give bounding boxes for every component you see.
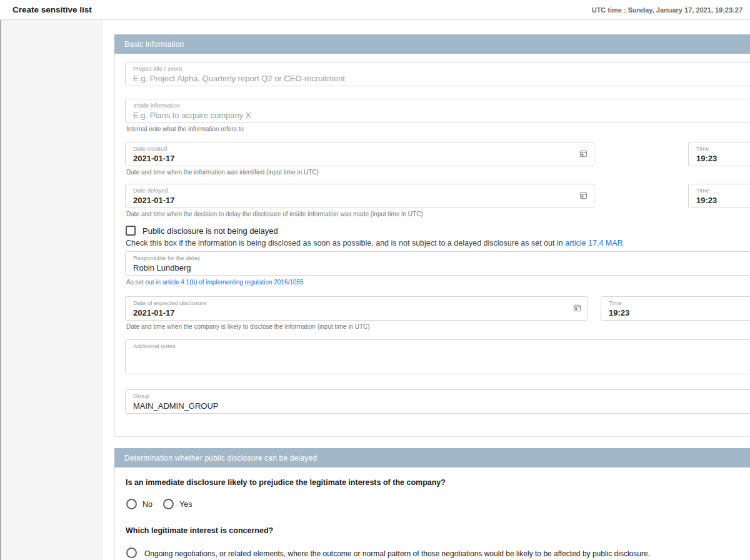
- date-expected-helper: Date and time when the company is likely…: [126, 322, 750, 331]
- responsible-value: Robin Lundberg: [133, 262, 750, 273]
- left-sidebar: [1, 20, 103, 560]
- radio-no[interactable]: [126, 499, 137, 509]
- radio-yes-label: Yes: [179, 500, 192, 509]
- additional-notes-label: Additional notes: [133, 342, 750, 350]
- responsible-helper-text: As set out in: [126, 279, 162, 286]
- project-title-label: Project title / event: [133, 65, 750, 72]
- responsible-label: Responsible for the delay: [133, 254, 750, 262]
- top-bar: Create sensitive list UTC time : Sunday,…: [0, 0, 750, 20]
- not-delayed-checkbox[interactable]: [126, 226, 136, 236]
- option-negotiations-label: Ongoing negotiations, or related element…: [144, 548, 650, 559]
- group-field[interactable]: Group MAIN_ADMIN_GROUP: [125, 389, 750, 414]
- date-expected-label: Date of expected disclosure: [133, 299, 580, 307]
- question-legitimate-interest: Which legitimate interest is concerned?: [126, 526, 750, 535]
- time-created-value: 19:23: [696, 153, 750, 164]
- basic-information-header: Basic information: [114, 34, 750, 54]
- calendar-icon[interactable]: [579, 191, 588, 199]
- not-delayed-helper: Check this box if the information is bei…: [126, 238, 750, 248]
- date-expected-value: 2021-01-17: [133, 308, 580, 318]
- group-label: Group: [133, 392, 750, 400]
- time-delayed-value: 19:23: [696, 195, 750, 206]
- determination-header: Determination whether public disclosure …: [114, 448, 750, 468]
- article-17-4-mar-link[interactable]: article 17.4 MAR: [565, 239, 622, 248]
- date-created-value: 2021-01-17: [133, 153, 586, 164]
- inside-information-label: Inside information: [133, 102, 750, 109]
- regulation-link[interactable]: article 4.1(b) of implementing regulatio…: [162, 279, 304, 286]
- inside-information-field[interactable]: Inside information E.g. Plans to acquire…: [125, 99, 750, 123]
- time-expected-label: Time: [609, 299, 750, 307]
- time-created-field[interactable]: Time 19:23: [688, 142, 750, 166]
- project-title-placeholder: E.g. Project Alpha, Quarterly report Q2 …: [133, 73, 750, 84]
- radio-negotiations[interactable]: [126, 548, 137, 558]
- determination-panel: Determination whether public disclosure …: [114, 448, 750, 560]
- not-delayed-helper-text: Check this box if the information is bei…: [126, 239, 565, 248]
- time-delayed-label: Time: [696, 187, 750, 194]
- radio-no-label: No: [142, 500, 152, 509]
- time-expected-value: 19:23: [609, 308, 750, 318]
- utc-clock: UTC time : Sunday, January 17, 2021, 19:…: [592, 6, 742, 14]
- time-created-label: Time: [696, 145, 750, 152]
- inside-information-placeholder: E.g. Plans to acquire company X: [133, 110, 750, 121]
- responsible-field[interactable]: Responsible for the delay Robin Lundberg: [125, 251, 750, 276]
- additional-notes-field[interactable]: Additional notes: [125, 339, 750, 374]
- main-content: Basic information Project title / event …: [103, 20, 750, 560]
- question-immediate-disclosure: Is an immediate disclosure likely to pre…: [126, 478, 750, 487]
- date-delayed-field[interactable]: Date delayed 2021-01-17: [125, 184, 594, 208]
- project-title-field[interactable]: Project title / event E.g. Project Alpha…: [125, 62, 750, 86]
- date-delayed-helper: Date and time when the decision to delay…: [126, 210, 750, 218]
- date-created-helper: Date and time when the information was i…: [126, 168, 750, 176]
- inside-information-helper: Internal note what the information refer…: [126, 125, 750, 133]
- date-delayed-value: 2021-01-17: [133, 195, 586, 206]
- date-expected-field[interactable]: Date of expected disclosure 2021-01-17: [125, 296, 588, 321]
- page-title: Create sensitive list: [12, 5, 92, 14]
- time-delayed-field[interactable]: Time 19:23: [688, 184, 750, 208]
- time-expected-field[interactable]: Time 19:23: [601, 296, 750, 321]
- calendar-icon[interactable]: [579, 149, 588, 158]
- group-value: MAIN_ADMIN_GROUP: [133, 401, 750, 411]
- responsible-helper: As set out in article 4.1(b) of implemen…: [126, 278, 750, 286]
- interest-option-negotiations: Ongoing negotiations, or related element…: [126, 548, 750, 559]
- radio-yes[interactable]: [163, 499, 174, 509]
- date-delayed-label: Date delayed: [133, 187, 586, 194]
- date-created-label: Date created: [133, 145, 586, 152]
- not-delayed-checkbox-label: Public disclosure is not being delayed: [142, 226, 278, 236]
- basic-information-panel: Basic information Project title / event …: [114, 34, 750, 437]
- date-created-field[interactable]: Date created 2021-01-17: [125, 142, 594, 166]
- calendar-icon[interactable]: [573, 304, 581, 312]
